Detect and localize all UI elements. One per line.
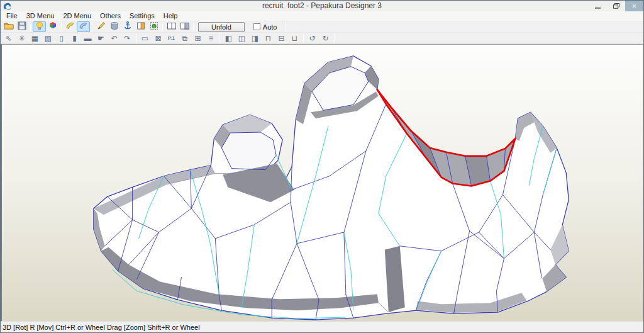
rotate-90-cw-button[interactable]: ↻ <box>319 33 332 43</box>
marquee-ball-button[interactable] <box>147 21 160 32</box>
rgb-cube-button[interactable] <box>46 21 59 32</box>
toolbar-separator <box>219 33 220 43</box>
align-center-button[interactable]: ◫ <box>235 33 248 43</box>
rotate-cw-icon: ↷ <box>124 35 130 42</box>
align-center-icon: ◫ <box>238 35 245 42</box>
equal-bars-icon: ≡ <box>209 35 213 42</box>
stack-copy-icon: ⧉ <box>182 35 187 42</box>
rotate-cw-button[interactable]: ↷ <box>121 33 134 43</box>
battery-button[interactable]: ▯ <box>55 33 68 43</box>
magic-wand-icon: ✳ <box>18 35 25 42</box>
marquee-ball-icon <box>149 21 159 33</box>
close-button[interactable]: × <box>625 1 643 11</box>
hatch-lines-button[interactable]: ▨ <box>42 33 55 43</box>
align-left-button[interactable]: ◧ <box>222 33 235 43</box>
toolbar-separator <box>162 22 163 31</box>
save-floppy-icon <box>17 21 27 33</box>
blue-boomerang-button[interactable] <box>77 21 90 32</box>
align-left-icon: ◧ <box>225 35 232 42</box>
pencil-button[interactable] <box>94 21 108 32</box>
menu-file[interactable]: File <box>2 11 22 21</box>
equal-bars-button[interactable]: ≡ <box>204 33 218 43</box>
rgb-cube-icon <box>48 21 58 33</box>
dashed-marquee-button[interactable]: ▭ <box>138 33 152 43</box>
toolbar-2d: ⇖✳▦▨▯▮▬☛↶↷▭⊠P.1⧉⊞≡◧◫◨⊓⊟⊔↺↻ <box>1 33 643 44</box>
anchor-button[interactable] <box>121 21 134 32</box>
align-bottom-icon: ⊔ <box>292 35 297 42</box>
rotate-ccw-icon: ↶ <box>111 35 117 42</box>
open-folder-button[interactable] <box>2 21 15 32</box>
vertical-bar-button[interactable]: ▮ <box>68 33 81 43</box>
stack-copy-button[interactable]: ⧉ <box>178 33 191 43</box>
horizontal-bar-icon: ▬ <box>84 35 92 42</box>
menu-2d-menu[interactable]: 2D Menu <box>58 11 96 21</box>
align-right-icon: ◨ <box>252 35 258 42</box>
light-bulb-icon <box>35 21 45 33</box>
rotate-ccw-button[interactable]: ↶ <box>108 33 121 43</box>
blue-boomerang-icon <box>79 21 89 33</box>
hatch-lines-icon: ▨ <box>45 35 52 42</box>
title-bar[interactable]: recruit foot2 - Pepakura Designer 3 × <box>1 1 643 11</box>
grab-hand-button[interactable]: ☛ <box>94 33 108 43</box>
align-bottom-button[interactable]: ⊔ <box>288 33 301 43</box>
align-right-button[interactable]: ◨ <box>248 33 262 43</box>
align-top-icon: ⊓ <box>265 35 271 42</box>
orange-panel-button[interactable] <box>134 21 147 32</box>
page-p1-button[interactable]: P.1 <box>165 33 178 43</box>
toolbar-separator <box>61 22 62 31</box>
toolbar-separator <box>303 33 304 43</box>
orange-panel-icon <box>136 21 146 33</box>
toolbar-separator <box>30 22 31 31</box>
align-middle-button[interactable]: ⊟ <box>275 33 288 43</box>
pencil-icon <box>96 21 106 33</box>
toolbar-separator <box>193 22 194 31</box>
rotate-90-ccw-icon: ↺ <box>309 35 315 42</box>
auto-checkbox[interactable] <box>253 23 260 30</box>
align-middle-icon: ⊟ <box>278 35 284 42</box>
auto-checkbox-label: Auto <box>263 23 277 31</box>
intersect-box-icon: ⊠ <box>155 35 161 42</box>
split-view-right-icon <box>180 21 190 33</box>
horizontal-bar-button[interactable]: ▬ <box>81 33 94 43</box>
stamp-button[interactable]: ▦ <box>28 33 42 43</box>
window-title: recruit foot2 - Pepakura Designer 3 <box>1 1 643 10</box>
magic-wand-button[interactable]: ✳ <box>15 33 28 43</box>
menu-others[interactable]: Others <box>96 11 125 21</box>
auto-option: Auto <box>253 23 277 31</box>
select-arrow-button[interactable]: ⇖ <box>2 33 15 43</box>
select-arrow-icon: ⇖ <box>5 35 11 42</box>
menu-3d-menu[interactable]: 3D Menu <box>22 11 59 21</box>
restore-button[interactable] <box>607 1 625 11</box>
grab-hand-icon: ☛ <box>97 35 104 42</box>
battery-icon: ▯ <box>59 35 64 42</box>
status-hint-text: 3D [Rot] R [Mov] Ctrl+R or Wheel Drag [Z… <box>1 324 200 331</box>
open-folder-icon <box>4 21 14 33</box>
status-bar: 3D [Rot] R [Mov] Ctrl+R or Wheel Drag [Z… <box>1 321 643 332</box>
menu-help[interactable]: Help <box>159 11 182 21</box>
menu-settings[interactable]: Settings <box>125 11 159 21</box>
grid-box-icon: ⊞ <box>194 35 201 42</box>
rotate-90-ccw-button[interactable]: ↺ <box>306 33 319 43</box>
viewport-3d[interactable] <box>1 44 643 321</box>
minimize-button[interactable] <box>589 1 607 11</box>
pepakura-logo-icon <box>3 2 12 11</box>
app-window: recruit foot2 - Pepakura Designer 3 × Fi… <box>0 0 644 333</box>
light-bulb-button[interactable] <box>33 21 46 32</box>
cylinder-button[interactable] <box>108 21 121 32</box>
close-icon: × <box>632 3 636 10</box>
intersect-box-button[interactable]: ⊠ <box>152 33 165 43</box>
vertical-bar-icon: ▮ <box>72 35 77 42</box>
toolbar-main-icons <box>2 21 196 32</box>
window-controls: × <box>589 1 643 11</box>
rotate-90-cw-icon: ↻ <box>322 35 328 42</box>
shoe-model-canvas[interactable] <box>2 45 643 321</box>
unfold-button[interactable]: Unfold <box>198 22 245 32</box>
align-top-button[interactable]: ⊓ <box>262 33 275 43</box>
cylinder-icon <box>109 21 119 33</box>
save-floppy-button[interactable] <box>15 21 28 32</box>
yellow-boomerang-button[interactable] <box>64 21 77 32</box>
split-view-both-button[interactable] <box>165 21 178 32</box>
dashed-marquee-icon: ▭ <box>142 35 148 42</box>
split-view-right-button[interactable] <box>178 21 191 32</box>
grid-box-button[interactable]: ⊞ <box>191 33 204 43</box>
